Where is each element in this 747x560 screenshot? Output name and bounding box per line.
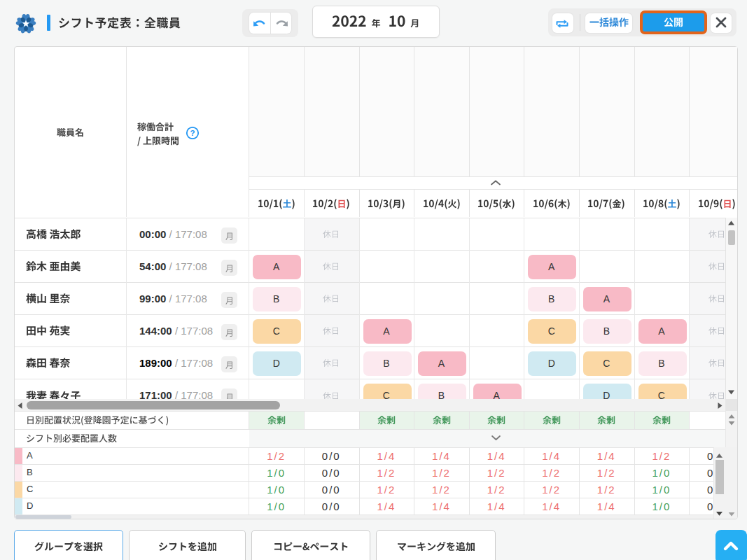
svg-text:?: ? bbox=[190, 129, 195, 137]
